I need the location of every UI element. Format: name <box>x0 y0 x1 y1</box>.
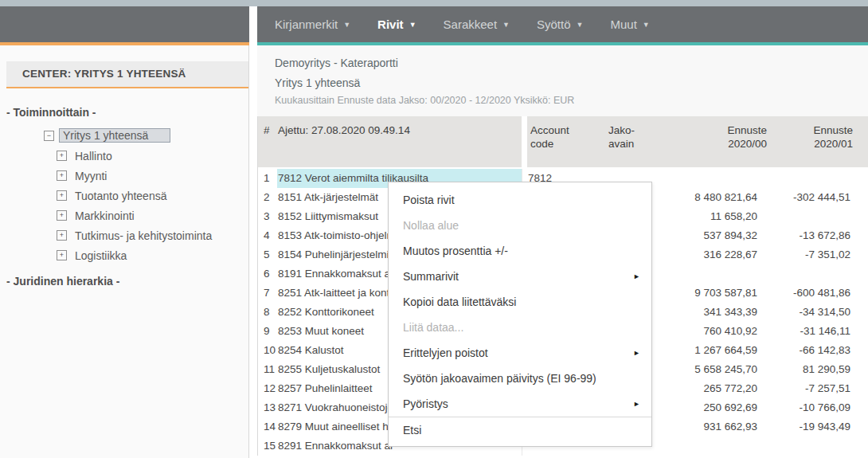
row-number: 9 <box>258 322 277 341</box>
context-menu-item[interactable]: Etsi ► <box>389 417 651 443</box>
expand-icon[interactable]: + <box>57 230 67 241</box>
tree-item[interactable]: + Myynti <box>0 166 248 186</box>
tree-item-yritys-1-yhteensa[interactable]: − Yritys 1 yhteensä <box>0 125 248 146</box>
tree-item[interactable]: + Tuotanto yhteensä <box>0 186 248 206</box>
row-ennuste-2020-01-cell[interactable]: -600 481,86 <box>770 284 868 303</box>
row-ennuste-2020-01-cell[interactable]: -34 314,50 <box>770 303 868 322</box>
submenu-arrow-icon: ► <box>633 400 640 408</box>
row-number: 2 <box>258 188 277 207</box>
context-menu-item[interactable]: Summarivit ► <box>389 264 651 289</box>
context-menu-item-label: Pyöristys <box>403 397 633 410</box>
tree-section-toiminnoittain[interactable]: - Toiminnoittain - <box>6 106 248 119</box>
expand-icon[interactable]: + <box>57 151 67 161</box>
context-menu-item[interactable]: Syötön jakoavaimen päivitys (EI 96-99) ► <box>389 366 651 391</box>
row-number: 6 <box>258 264 277 284</box>
context-menu-item[interactable]: Nollaa alue ► <box>389 213 651 238</box>
report-header: Demoyritys - Kateraportti Yritys 1 yhtee… <box>257 45 868 116</box>
row-ennuste-2020-01-cell[interactable]: 81 290,59 <box>770 360 868 379</box>
context-menu-item[interactable]: Kopioi data liitettäväksi ► <box>389 289 651 315</box>
tree-item[interactable]: + Markkinointi <box>0 206 248 225</box>
row-ennuste-2020-01-cell[interactable]: -19 943,49 <box>770 417 868 436</box>
row-number: 10 <box>258 341 277 360</box>
collapse-icon[interactable]: − <box>44 131 54 141</box>
context-menu-item[interactable]: Erittelyjen poistot ► <box>389 340 651 366</box>
context-menu: Poista rivit ► Nollaa alue ► Muutos pros… <box>388 182 652 447</box>
tree-item[interactable]: + Tutkimus- ja kehitystoiminta <box>0 225 248 245</box>
menubar-item[interactable]: Sarakkeet ▼ <box>444 18 510 31</box>
expand-icon[interactable]: + <box>57 170 67 181</box>
main-menubar: Kirjanmerkit ▼ Rivit ▼ Sarakkeet ▼ Syött… <box>257 6 868 45</box>
row-ennuste-2020-00-cell[interactable]: 8 480 821,64 <box>666 188 770 207</box>
row-ennuste-2020-01-cell[interactable] <box>770 207 868 226</box>
row-ennuste-2020-00-cell[interactable]: 537 894,32 <box>666 226 770 245</box>
row-number: 14 <box>258 417 277 436</box>
row-ennuste-2020-00-cell[interactable]: 341 343,39 <box>666 303 770 322</box>
context-menu-item[interactable]: Liitä dataa... ► <box>389 315 651 340</box>
tree-item-label: Myynti <box>72 169 110 183</box>
col-header-ennuste-2020-01[interactable]: Ennuste 2020/01 <box>770 123 868 167</box>
menubar-item[interactable]: Kirjanmerkit ▼ <box>275 18 350 31</box>
row-number: 13 <box>258 398 277 417</box>
tree-item-label: Hallinto <box>72 149 115 163</box>
expand-icon[interactable]: + <box>57 250 67 260</box>
sidebar: CENTER: YRITYS 1 YHTEENSÄ - Toiminnoitta… <box>0 45 249 458</box>
row-ennuste-2020-00-cell[interactable]: 931 662,93 <box>666 417 770 436</box>
report-subtitle: Yritys 1 yhteensä <box>275 76 868 89</box>
org-tree: − Yritys 1 yhteensä + Hallinto + Myynti <box>0 125 248 265</box>
row-ennuste-2020-00-cell[interactable]: 760 410,92 <box>666 322 770 341</box>
context-menu-item-label: Summarivit <box>403 270 633 283</box>
context-menu-item[interactable]: Pyöristys ► <box>389 391 651 417</box>
row-ennuste-2020-01-cell[interactable]: -31 146,11 <box>770 322 868 341</box>
row-ennuste-2020-00-cell[interactable]: 1 267 664,59 <box>666 341 770 360</box>
context-menu-items: Poista rivit ► Nollaa alue ► Muutos pros… <box>389 187 651 443</box>
row-ennuste-2020-00-cell[interactable]: 316 228,67 <box>666 245 770 264</box>
table-header-row: # Ajettu: 27.08.2020 09.49.14 Account co… <box>258 116 868 167</box>
col-header-jako-avain[interactable]: Jako- avain <box>602 123 666 167</box>
row-ennuste-2020-01-cell[interactable]: -7 257,51 <box>770 379 868 398</box>
tree-item-label: Logistiikka <box>72 249 130 263</box>
expand-icon[interactable]: + <box>57 210 67 221</box>
tree-item-label[interactable]: Yritys 1 yhteensä <box>59 128 170 143</box>
col-header-ennuste-2020-00[interactable]: Ennuste 2020/00 <box>666 123 770 167</box>
submenu-arrow-icon: ► <box>633 272 640 280</box>
menubar-item[interactable]: Syöttö ▼ <box>537 18 583 31</box>
menubar-item[interactable]: Rivit ▼ <box>377 18 416 31</box>
col-header-run-info[interactable]: Ajettu: 27.08.2020 09.49.14 <box>277 123 522 167</box>
menubar-item-label: Sarakkeet <box>444 18 498 31</box>
row-ennuste-2020-00-cell[interactable]: 9 703 587,81 <box>666 284 770 303</box>
row-ennuste-2020-01-cell[interactable] <box>770 436 868 456</box>
row-number: 8 <box>258 303 277 322</box>
row-ennuste-2020-01-cell[interactable]: -13 672,86 <box>770 226 868 245</box>
row-ennuste-2020-01-cell[interactable]: -7 351,02 <box>770 245 868 264</box>
menubar-item[interactable]: Muut ▼ <box>610 18 649 31</box>
row-ennuste-2020-00-cell[interactable] <box>666 169 770 188</box>
menubar-item-label: Syöttö <box>537 18 571 31</box>
tree-item[interactable]: + Logistiikka <box>0 245 248 265</box>
row-ennuste-2020-01-cell[interactable]: -10 766,09 <box>770 398 868 417</box>
row-ennuste-2020-01-cell[interactable]: -66 142,83 <box>770 341 868 360</box>
row-number: 3 <box>258 207 277 226</box>
row-number: 5 <box>258 245 277 264</box>
col-header-account-code[interactable]: Account code <box>522 123 602 167</box>
menubar-item-label: Rivit <box>377 18 404 31</box>
row-ennuste-2020-00-cell[interactable]: 265 772,20 <box>666 379 770 398</box>
row-ennuste-2020-00-cell[interactable] <box>666 264 770 284</box>
context-menu-item[interactable]: Muutos prosenttia +/- ► <box>389 238 651 264</box>
context-menu-item[interactable]: Poista rivit ► <box>389 187 651 213</box>
row-ennuste-2020-00-cell[interactable]: 5 658 245,70 <box>666 360 770 379</box>
tree-item[interactable]: + Hallinto <box>0 146 248 166</box>
tree-children: + Hallinto + Myynti + Tuotanto yhteensä <box>0 146 248 265</box>
expand-icon[interactable]: + <box>57 190 67 201</box>
row-number: 12 <box>258 379 277 398</box>
row-ennuste-2020-00-cell[interactable]: 11 658,20 <box>666 207 770 226</box>
chevron-down-icon: ▼ <box>577 21 584 29</box>
row-ennuste-2020-01-cell[interactable] <box>770 169 868 188</box>
row-ennuste-2020-00-cell[interactable]: 250 692,69 <box>666 398 770 417</box>
row-ennuste-2020-01-cell[interactable]: -302 444,51 <box>770 188 868 207</box>
menubar-item-label: Kirjanmerkit <box>275 18 338 31</box>
tree-section-juridinen-hierarkia[interactable]: - Juridinen hierarkia - <box>6 275 248 288</box>
top-strip <box>0 0 868 6</box>
center-title: CENTER: YRITYS 1 YHTEENSÄ <box>6 61 248 88</box>
row-ennuste-2020-00-cell[interactable] <box>666 436 770 456</box>
row-ennuste-2020-01-cell[interactable] <box>770 264 868 284</box>
